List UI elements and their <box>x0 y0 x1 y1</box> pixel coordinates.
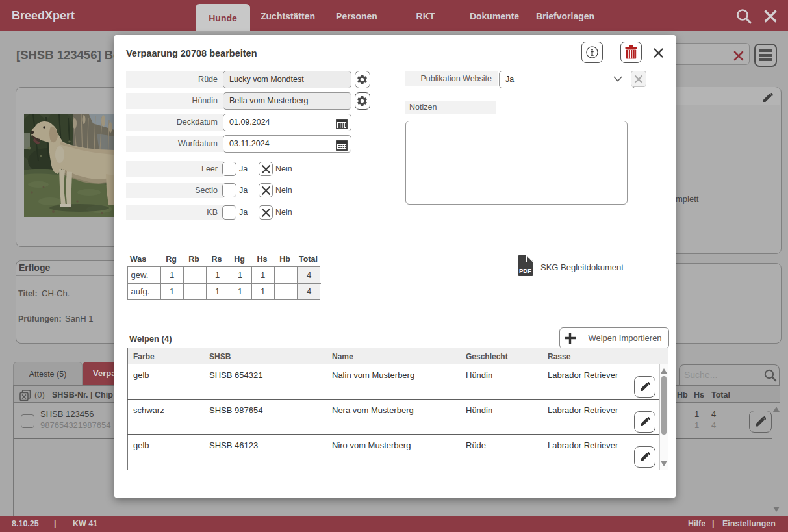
svg-text:PDF: PDF <box>519 267 531 274</box>
